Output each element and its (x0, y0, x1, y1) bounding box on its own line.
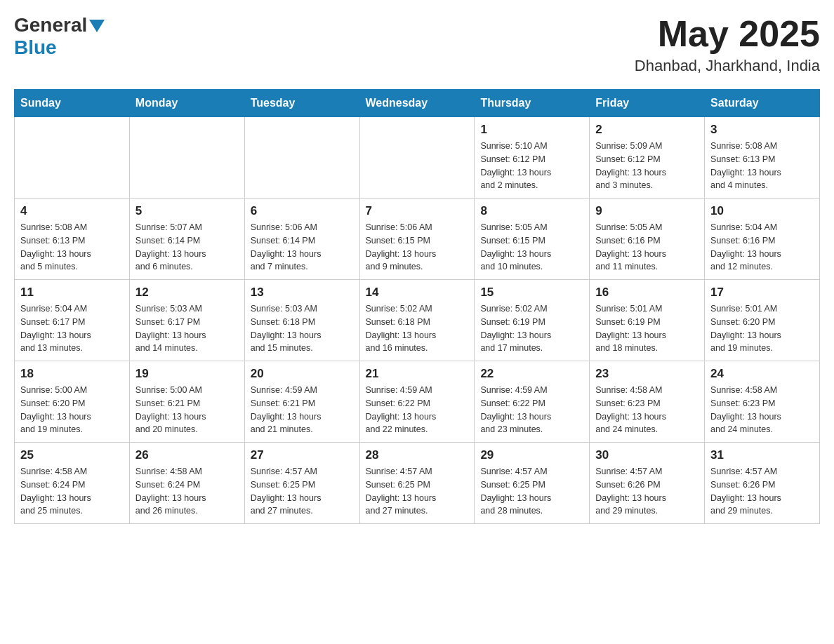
day-info: Sunrise: 4:57 AM Sunset: 6:25 PM Dayligh… (366, 465, 469, 518)
calendar-cell: 15Sunrise: 5:02 AM Sunset: 6:19 PM Dayli… (475, 280, 590, 361)
day-info: Sunrise: 4:57 AM Sunset: 6:25 PM Dayligh… (251, 465, 354, 518)
logo-general-text: General (14, 14, 87, 36)
calendar-cell: 11Sunrise: 5:04 AM Sunset: 6:17 PM Dayli… (15, 280, 130, 361)
calendar-cell (359, 117, 475, 199)
day-info: Sunrise: 5:02 AM Sunset: 6:19 PM Dayligh… (480, 302, 583, 355)
day-info: Sunrise: 4:58 AM Sunset: 6:23 PM Dayligh… (710, 384, 814, 436)
calendar-cell: 12Sunrise: 5:03 AM Sunset: 6:17 PM Dayli… (129, 280, 244, 361)
logo-blue-text: Blue (14, 36, 57, 59)
day-number: 28 (366, 448, 469, 462)
day-info: Sunrise: 5:02 AM Sunset: 6:18 PM Dayligh… (366, 302, 469, 355)
day-info: Sunrise: 5:01 AM Sunset: 6:19 PM Dayligh… (595, 302, 699, 355)
day-number: 19 (135, 367, 239, 381)
calendar-cell: 3Sunrise: 5:08 AM Sunset: 6:13 PM Daylig… (705, 117, 820, 199)
calendar-week-row: 11Sunrise: 5:04 AM Sunset: 6:17 PM Dayli… (15, 280, 820, 361)
calendar-cell: 8Sunrise: 5:05 AM Sunset: 6:15 PM Daylig… (475, 199, 590, 280)
calendar-cell: 23Sunrise: 4:58 AM Sunset: 6:23 PM Dayli… (590, 361, 705, 443)
calendar-week-row: 4Sunrise: 5:08 AM Sunset: 6:13 PM Daylig… (15, 199, 820, 280)
day-info: Sunrise: 4:59 AM Sunset: 6:21 PM Dayligh… (251, 384, 354, 436)
calendar-cell: 29Sunrise: 4:57 AM Sunset: 6:25 PM Dayli… (475, 443, 590, 524)
day-info: Sunrise: 4:59 AM Sunset: 6:22 PM Dayligh… (366, 384, 469, 436)
calendar-cell: 18Sunrise: 5:00 AM Sunset: 6:20 PM Dayli… (15, 361, 130, 443)
day-number: 5 (135, 204, 239, 218)
day-info: Sunrise: 5:00 AM Sunset: 6:20 PM Dayligh… (20, 384, 124, 436)
day-number: 3 (710, 123, 814, 137)
calendar-cell: 17Sunrise: 5:01 AM Sunset: 6:20 PM Dayli… (705, 280, 820, 361)
calendar-week-row: 25Sunrise: 4:58 AM Sunset: 6:24 PM Dayli… (15, 443, 820, 524)
weekday-header-thursday: Thursday (475, 90, 590, 117)
day-number: 23 (595, 367, 699, 381)
calendar-cell: 20Sunrise: 4:59 AM Sunset: 6:21 PM Dayli… (244, 361, 359, 443)
day-info: Sunrise: 5:07 AM Sunset: 6:14 PM Dayligh… (135, 221, 239, 274)
day-info: Sunrise: 4:58 AM Sunset: 6:24 PM Dayligh… (135, 465, 239, 518)
svg-marker-0 (89, 20, 105, 32)
title-section: May 2025 Dhanbad, Jharkhand, India (635, 14, 820, 75)
weekday-header-saturday: Saturday (705, 90, 820, 117)
weekday-header-sunday: Sunday (15, 90, 130, 117)
calendar-cell: 27Sunrise: 4:57 AM Sunset: 6:25 PM Dayli… (244, 443, 359, 524)
calendar-cell: 2Sunrise: 5:09 AM Sunset: 6:12 PM Daylig… (590, 117, 705, 199)
day-number: 26 (135, 448, 239, 462)
day-info: Sunrise: 5:09 AM Sunset: 6:12 PM Dayligh… (595, 140, 699, 192)
calendar-cell: 25Sunrise: 4:58 AM Sunset: 6:24 PM Dayli… (15, 443, 130, 524)
weekday-header-monday: Monday (129, 90, 244, 117)
day-info: Sunrise: 4:59 AM Sunset: 6:22 PM Dayligh… (480, 384, 583, 436)
day-number: 29 (480, 448, 583, 462)
calendar-cell: 28Sunrise: 4:57 AM Sunset: 6:25 PM Dayli… (359, 443, 475, 524)
calendar-table: SundayMondayTuesdayWednesdayThursdayFrid… (14, 89, 820, 524)
calendar-cell: 31Sunrise: 4:57 AM Sunset: 6:26 PM Dayli… (705, 443, 820, 524)
calendar-week-row: 1Sunrise: 5:10 AM Sunset: 6:12 PM Daylig… (15, 117, 820, 199)
day-info: Sunrise: 4:57 AM Sunset: 6:25 PM Dayligh… (480, 465, 583, 518)
day-number: 2 (595, 123, 699, 137)
page-header: General Blue May 2025 Dhanbad, Jharkhand… (14, 14, 820, 75)
weekday-header-row: SundayMondayTuesdayWednesdayThursdayFrid… (15, 90, 820, 117)
calendar-cell (129, 117, 244, 199)
calendar-cell: 10Sunrise: 5:04 AM Sunset: 6:16 PM Dayli… (705, 199, 820, 280)
day-info: Sunrise: 5:04 AM Sunset: 6:17 PM Dayligh… (20, 302, 124, 355)
calendar-cell: 9Sunrise: 5:05 AM Sunset: 6:16 PM Daylig… (590, 199, 705, 280)
calendar-cell: 14Sunrise: 5:02 AM Sunset: 6:18 PM Dayli… (359, 280, 475, 361)
calendar-cell (15, 117, 130, 199)
day-number: 4 (20, 204, 124, 218)
day-number: 18 (20, 367, 124, 381)
weekday-header-wednesday: Wednesday (359, 90, 475, 117)
calendar-cell: 6Sunrise: 5:06 AM Sunset: 6:14 PM Daylig… (244, 199, 359, 280)
logo-triangle-icon (89, 20, 105, 32)
month-title: May 2025 (635, 14, 820, 54)
day-info: Sunrise: 5:08 AM Sunset: 6:13 PM Dayligh… (20, 221, 124, 274)
weekday-header-friday: Friday (590, 90, 705, 117)
location-title: Dhanbad, Jharkhand, India (635, 57, 820, 75)
day-number: 24 (710, 367, 814, 381)
day-number: 30 (595, 448, 699, 462)
calendar-cell: 4Sunrise: 5:08 AM Sunset: 6:13 PM Daylig… (15, 199, 130, 280)
day-number: 14 (366, 286, 469, 300)
calendar-cell: 30Sunrise: 4:57 AM Sunset: 6:26 PM Dayli… (590, 443, 705, 524)
day-number: 13 (251, 286, 354, 300)
calendar-cell: 1Sunrise: 5:10 AM Sunset: 6:12 PM Daylig… (475, 117, 590, 199)
calendar-cell: 21Sunrise: 4:59 AM Sunset: 6:22 PM Dayli… (359, 361, 475, 443)
calendar-cell: 5Sunrise: 5:07 AM Sunset: 6:14 PM Daylig… (129, 199, 244, 280)
day-info: Sunrise: 5:08 AM Sunset: 6:13 PM Dayligh… (710, 140, 814, 192)
day-number: 21 (366, 367, 469, 381)
calendar-cell: 16Sunrise: 5:01 AM Sunset: 6:19 PM Dayli… (590, 280, 705, 361)
day-info: Sunrise: 5:01 AM Sunset: 6:20 PM Dayligh… (710, 302, 814, 355)
day-number: 7 (366, 204, 469, 218)
day-number: 1 (480, 123, 583, 137)
day-info: Sunrise: 5:05 AM Sunset: 6:16 PM Dayligh… (595, 221, 699, 274)
day-info: Sunrise: 5:06 AM Sunset: 6:15 PM Dayligh… (366, 221, 469, 274)
day-info: Sunrise: 4:57 AM Sunset: 6:26 PM Dayligh… (710, 465, 814, 518)
day-number: 17 (710, 286, 814, 300)
day-number: 22 (480, 367, 583, 381)
day-number: 11 (20, 286, 124, 300)
day-number: 9 (595, 204, 699, 218)
day-number: 25 (20, 448, 124, 462)
day-number: 6 (251, 204, 354, 218)
day-info: Sunrise: 5:03 AM Sunset: 6:18 PM Dayligh… (251, 302, 354, 355)
day-number: 12 (135, 286, 239, 300)
calendar-cell: 19Sunrise: 5:00 AM Sunset: 6:21 PM Dayli… (129, 361, 244, 443)
day-number: 31 (710, 448, 814, 462)
calendar-cell: 13Sunrise: 5:03 AM Sunset: 6:18 PM Dayli… (244, 280, 359, 361)
calendar-cell: 7Sunrise: 5:06 AM Sunset: 6:15 PM Daylig… (359, 199, 475, 280)
calendar-cell: 26Sunrise: 4:58 AM Sunset: 6:24 PM Dayli… (129, 443, 244, 524)
weekday-header-tuesday: Tuesday (244, 90, 359, 117)
